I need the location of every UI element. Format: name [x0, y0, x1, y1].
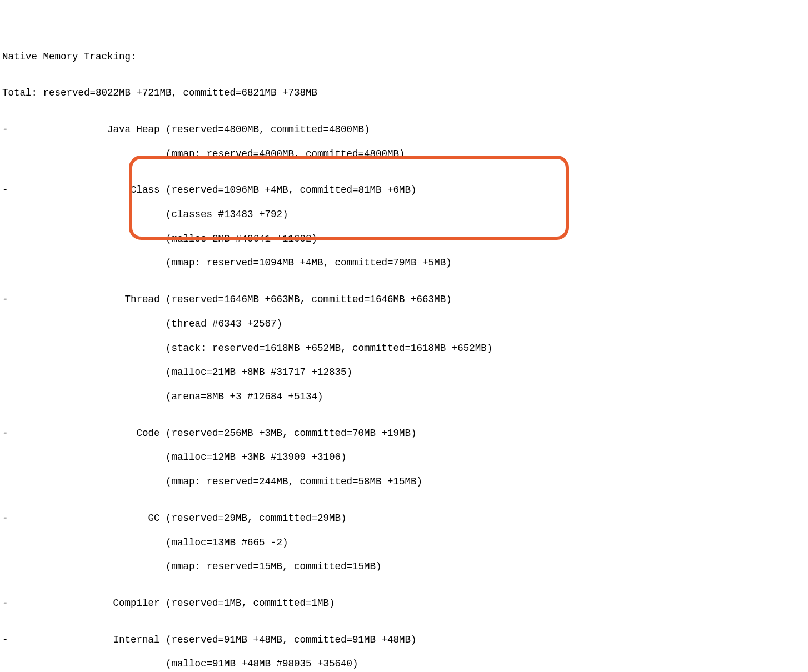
thread-l1: - Thread (reserved=1646MB +663MB, commit…	[2, 294, 806, 306]
class-l1: - Class (reserved=1096MB +4MB, committed…	[2, 184, 806, 197]
gc-l3: (mmap: reserved=15MB, committed=15MB)	[2, 561, 806, 573]
java-heap-l2: (mmap: reserved=4800MB, committed=4800MB…	[2, 148, 806, 161]
gc-l1: - GC (reserved=29MB, committed=29MB)	[2, 513, 806, 525]
thread-l3: (stack: reserved=1618MB +652MB, committe…	[2, 343, 806, 355]
code-l3: (mmap: reserved=244MB, committed=58MB +1…	[2, 476, 806, 488]
total-line: Total: reserved=8022MB +721MB, committed…	[2, 87, 806, 99]
code-l1: - Code (reserved=256MB +3MB, committed=7…	[2, 428, 806, 440]
java-heap-l1: - Java Heap (reserved=4800MB, committed=…	[2, 124, 806, 136]
thread-l4: (malloc=21MB +8MB #31717 +12835)	[2, 367, 806, 379]
internal-l1: - Internal (reserved=91MB +48MB, committ…	[2, 634, 806, 646]
class-l4: (mmap: reserved=1094MB +4MB, committed=7…	[2, 257, 806, 269]
compiler-l1: - Compiler (reserved=1MB, committed=1MB)	[2, 598, 806, 610]
thread-highlight-box	[129, 156, 569, 240]
gc-l2: (malloc=13MB #665 -2)	[2, 537, 806, 549]
class-l3: (malloc=2MB #40641 +11602)	[2, 233, 806, 245]
class-l2: (classes #13483 +792)	[2, 209, 806, 221]
code-l2: (malloc=12MB +3MB #13909 +3106)	[2, 452, 806, 464]
internal-l2: (malloc=91MB +48MB #98035 +35640)	[2, 658, 806, 670]
thread-l2: (thread #6343 +2567)	[2, 318, 806, 330]
nmt-header: Native Memory Tracking:	[2, 51, 806, 63]
thread-l5: (arena=8MB +3 #12684 +5134)	[2, 391, 806, 403]
